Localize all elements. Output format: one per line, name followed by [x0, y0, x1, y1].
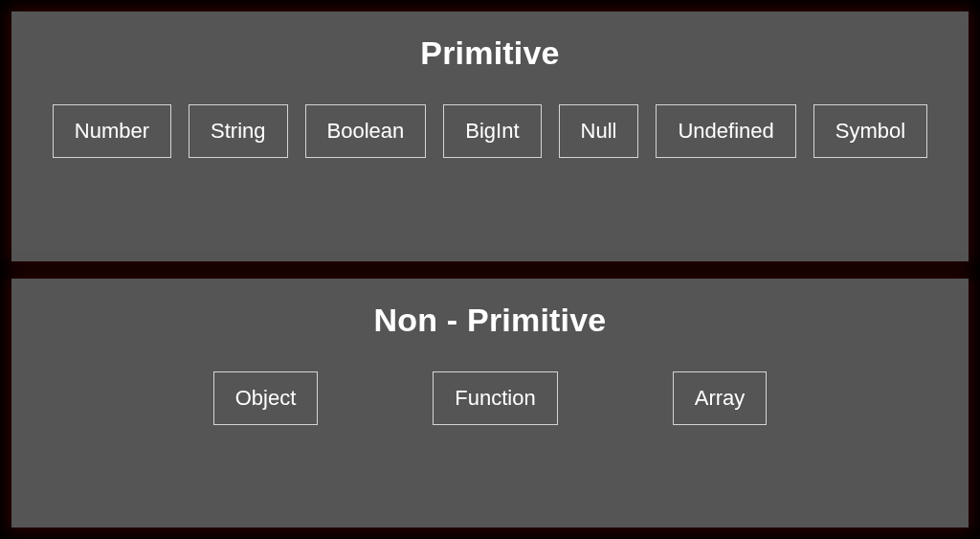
type-box-null: Null — [559, 104, 639, 158]
primitive-items-row: Number String Boolean BigInt Null Undefi… — [42, 104, 938, 158]
non-primitive-panel: Non - Primitive Object Function Array — [11, 279, 969, 528]
type-box-array: Array — [673, 371, 768, 425]
type-box-symbol: Symbol — [813, 104, 927, 158]
type-box-function: Function — [433, 371, 557, 425]
type-box-undefined: Undefined — [656, 104, 795, 158]
non-primitive-title: Non - Primitive — [374, 302, 607, 339]
type-box-string: String — [189, 104, 287, 158]
primitive-title: Primitive — [420, 34, 559, 72]
type-box-bigint: BigInt — [443, 104, 541, 158]
type-box-boolean: Boolean — [305, 104, 427, 158]
type-box-object: Object — [213, 371, 319, 425]
non-primitive-items-row: Object Function Array — [42, 371, 938, 425]
type-box-number: Number — [53, 104, 171, 158]
primitive-panel: Primitive Number String Boolean BigInt N… — [11, 11, 969, 261]
